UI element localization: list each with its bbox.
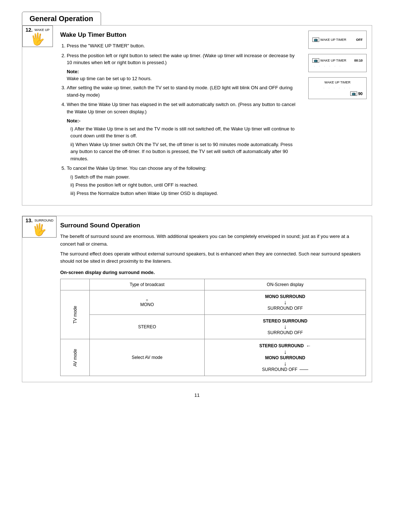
steps-list-12: Press the "WAKE UP TIMER" button. Press … xyxy=(60,42,298,66)
cancel-ii: ii)Press the position left or right butt… xyxy=(70,181,298,189)
av-mode-cell: AV mode xyxy=(61,339,90,376)
tv-icon-3: 📺 xyxy=(350,91,357,96)
section-12-content: Wake Up Timer Button Press the "WAKE UP … xyxy=(60,31,298,197)
step-12-2: Press the position left or right button … xyxy=(67,52,298,66)
section-13-content: Surround Sound Operation The benefit of … xyxy=(60,222,366,376)
tv-mode-cell-mono: TV mode xyxy=(61,290,90,339)
section-12-title: Wake Up Timer Button xyxy=(60,31,298,39)
section-13-header: 13. SURROUND 🖐 xyxy=(22,216,57,238)
page-header: General Operation xyxy=(22,12,101,26)
table-row-tv-mono: TV mode ≡ MONO MONO SURROUND ↓ SURROUND … xyxy=(61,290,366,315)
surround-off-3: SURROUND OFF xyxy=(262,367,297,372)
broadcast-mono-label: MONO xyxy=(93,302,201,307)
note-2-sub-ii: ii)When Wake Up timer switch ON the TV s… xyxy=(70,141,298,163)
broadcast-av: Select AV mode xyxy=(90,339,205,376)
col-header-onscreen: ON-Screen display xyxy=(205,279,366,290)
arrow-left-av: ← xyxy=(306,343,311,349)
display-1-value: OFF xyxy=(356,38,363,42)
broadcast-mono: ≡ MONO xyxy=(90,290,205,315)
display-boxes-12: 📺 WAKE UP TIMER OFF 📺 WAKE UP TIMER 00:1… xyxy=(308,31,367,99)
note-1-text: Wake up time can be set up to 12 hours. xyxy=(67,75,298,82)
display-3-value: 90 xyxy=(358,91,363,96)
onscreen-av-mono: MONO SURROUND xyxy=(208,355,362,360)
onscreen-stereo: STEREO SURROUND ↓ SURROUND OFF xyxy=(205,315,366,339)
display-1-label: WAKE UP TIMER xyxy=(320,38,346,42)
section-13-number: 13. xyxy=(26,218,32,223)
hand-icon-12: 🖐 xyxy=(30,33,45,46)
broadcast-stereo: STEREO xyxy=(90,315,205,339)
surround-off-1: SURROUND OFF xyxy=(208,306,362,311)
section-12-number: 12. xyxy=(26,27,32,33)
step-12-1: Press the "WAKE UP TIMER" button. xyxy=(67,42,298,50)
section-13-button-label: SURROUND xyxy=(34,219,53,222)
surround-off-2: SURROUND OFF xyxy=(208,330,362,335)
section-13-desc1: The benefit of surround sound are enormo… xyxy=(60,233,366,248)
arrow-down-3: ↓ xyxy=(208,349,362,355)
display-box-3: WAKE UP TIMER · · · · · · 📺 90 xyxy=(308,77,367,99)
surround-table: Type of broadcast ON-Screen display TV m… xyxy=(60,279,366,376)
page-number: 11 xyxy=(22,392,372,398)
steps-list-12b: After setting the wake up timer, switch … xyxy=(60,84,298,197)
col-header-mode xyxy=(61,279,90,290)
hand-icon-13: 🖐 xyxy=(32,223,47,236)
onscreen-stereo-surround: STEREO SURROUND xyxy=(208,318,362,324)
section-13-desc2: The surround effect does operate without… xyxy=(60,250,366,266)
tv-icon-2: 📺 xyxy=(312,58,319,63)
note-2-sub-i: i)After the Wake Up time is set and the … xyxy=(70,125,298,140)
note-2-label: Note:- xyxy=(67,117,298,125)
step-12-3: After setting the wake up timer, switch … xyxy=(67,84,298,98)
dash-av: —— xyxy=(300,367,308,372)
arrow-down-2: ↓ xyxy=(208,324,362,330)
onscreen-mono: MONO SURROUND ↓ SURROUND OFF xyxy=(205,290,366,315)
display-3-label: WAKE UP TIMER xyxy=(324,81,350,84)
display-2-label: WAKE UP TIMER xyxy=(320,59,346,62)
note-1-label: Note: xyxy=(67,69,298,74)
onscreen-av-stereo: STEREO SURROUND xyxy=(259,343,304,348)
table-row-av: AV mode Select AV mode STEREO SURROUND ←… xyxy=(61,339,366,376)
col-header-broadcast: Type of broadcast xyxy=(90,279,205,290)
section-12-container: 12. WAKE UP 🖐 📺 WAKE UP TIMER OFF 📺 WAKE… xyxy=(22,25,372,206)
arrow-down-1: ↓ xyxy=(208,299,362,306)
display-3-dots: · · · · · · xyxy=(312,86,363,90)
broadcast-av-label: Select AV mode xyxy=(93,355,201,360)
step-12-4: When the time Wake Up timer has elapsed … xyxy=(67,101,298,162)
section-13-title: Surround Sound Operation xyxy=(60,222,366,229)
cancel-list: i)Switch off the main power. ii)Press th… xyxy=(67,173,298,197)
cancel-iii: iii)Press the Normalize button when Wake… xyxy=(70,190,298,197)
section-12-button-label: WAKE UP xyxy=(34,28,49,32)
on-screen-label: On-screen display during surround mode. xyxy=(60,270,366,275)
onscreen-av: STEREO SURROUND ← ↓ MONO SURROUND ↓ SURR… xyxy=(205,339,366,376)
note-2-sub-list: i)After the Wake Up time is set and the … xyxy=(67,125,298,163)
cancel-i: i)Switch off the main power. xyxy=(70,173,298,181)
display-2-value: 00:10 xyxy=(354,59,363,62)
table-row-tv-stereo: STEREO STEREO SURROUND ↓ SURROUND OFF xyxy=(61,315,366,339)
broadcast-stereo-label: STEREO xyxy=(93,324,201,329)
section-12-header: 12. WAKE UP 🖐 xyxy=(22,26,53,47)
onscreen-mono-surround: MONO SURROUND xyxy=(208,294,362,299)
display-2-dots: · · · · · · xyxy=(312,64,363,68)
display-box-2: 📺 WAKE UP TIMER 00:10 · · · · · · xyxy=(308,54,367,72)
page-title: General Operation xyxy=(30,15,93,23)
display-box-1: 📺 WAKE UP TIMER OFF xyxy=(308,31,367,49)
tv-icon-1: 📺 xyxy=(312,38,319,42)
arrow-down-4: ↓ xyxy=(208,360,362,367)
step-12-5: To cancel the Wake Up timer. You can cho… xyxy=(67,165,298,197)
section-13-container: 13. SURROUND 🖐 Surround Sound Operation … xyxy=(22,216,372,382)
